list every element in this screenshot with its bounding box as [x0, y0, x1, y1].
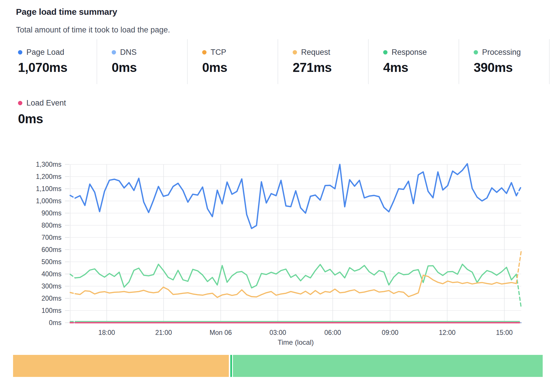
load-time-chart[interactable]: 0ms100ms200ms300ms400ms500ms600ms700ms80… — [0, 122, 554, 354]
timeline-segment-0 — [13, 355, 229, 377]
legend-item-label: TCP — [211, 48, 226, 57]
legend-item-label: Page Load — [26, 48, 64, 57]
legend-row: Page Load1,070msDNS0msTCP0msRequest271ms… — [0, 39, 550, 84]
legend-item-header: Request — [293, 48, 368, 57]
legend-item-label: Processing — [482, 48, 521, 57]
legend-item-value: 390ms — [474, 60, 549, 75]
legend-item-header: TCP — [202, 48, 278, 57]
svg-text:1,000ms: 1,000ms — [36, 197, 61, 205]
legend-item-page-load: Page Load1,070ms — [0, 39, 97, 84]
legend-item-header: Load Event — [18, 99, 66, 108]
y-grid-and-labels: 0ms100ms200ms300ms400ms500ms600ms700ms80… — [36, 161, 521, 326]
svg-text:100ms: 100ms — [41, 307, 61, 314]
legend-item-header: Processing — [474, 48, 549, 57]
legend-item-label: Response — [392, 48, 427, 57]
legend-item-value: 4ms — [383, 60, 459, 75]
svg-text:1,100ms: 1,100ms — [36, 185, 61, 193]
svg-text:500ms: 500ms — [41, 258, 61, 266]
svg-text:03:00: 03:00 — [269, 329, 286, 336]
legend-item-dns: DNS0ms — [97, 39, 188, 84]
legend-item-tcp: TCP0ms — [188, 39, 278, 84]
svg-text:09:00: 09:00 — [382, 329, 399, 336]
status-timeline-bar[interactable] — [13, 355, 543, 377]
legend-item-header: Response — [383, 48, 459, 57]
dns-color-dot-icon — [112, 50, 116, 55]
svg-text:900ms: 900ms — [41, 209, 61, 217]
legend-item-value: 0ms — [112, 60, 187, 75]
svg-text:15:00: 15:00 — [496, 329, 513, 336]
page-load-color-dot-icon — [18, 50, 22, 55]
legend-item-label: Request — [301, 48, 330, 57]
svg-text:12:00: 12:00 — [439, 329, 456, 336]
svg-text:700ms: 700ms — [41, 234, 61, 241]
svg-text:300ms: 300ms — [41, 282, 61, 290]
request-color-dot-icon — [293, 50, 297, 55]
legend-item-value: 271ms — [293, 60, 368, 75]
svg-text:400ms: 400ms — [41, 270, 61, 278]
processing-color-dot-icon — [474, 50, 478, 55]
series-page_load-line — [70, 164, 521, 228]
page-load-summary-panel: Page load time summary Total amount of t… — [0, 0, 554, 392]
tcp-color-dot-icon — [202, 50, 207, 55]
page-title: Page load time summary — [16, 7, 117, 17]
timeline-segment-4 — [233, 355, 543, 377]
legend-item-header: Page Load — [18, 48, 97, 57]
x-axis-title: Time (local) — [278, 338, 314, 346]
page-subtitle: Total amount of time it took to load the… — [16, 26, 170, 35]
legend-item-label: Load Event — [26, 99, 66, 108]
legend-item-processing: Processing390ms — [459, 39, 550, 84]
x-axis-labels: 18:0021:00Mon 0603:0006:0009:0012:0015:0… — [98, 329, 513, 346]
legend-item-request: Request271ms — [278, 39, 369, 84]
load-event-color-dot-icon — [18, 101, 22, 105]
svg-text:800ms: 800ms — [41, 222, 61, 229]
response-color-dot-icon — [383, 50, 388, 55]
svg-text:1,200ms: 1,200ms — [36, 173, 61, 180]
svg-text:0ms: 0ms — [49, 319, 61, 326]
svg-text:18:00: 18:00 — [98, 329, 115, 336]
legend-item-value: 1,070ms — [18, 60, 97, 75]
svg-text:Mon 06: Mon 06 — [210, 329, 232, 336]
legend-item-header: DNS — [112, 48, 187, 57]
legend-item-label: DNS — [120, 48, 137, 57]
svg-text:06:00: 06:00 — [324, 329, 341, 336]
legend-item-value: 0ms — [202, 60, 278, 75]
legend-item-response: Response4ms — [369, 39, 459, 84]
svg-text:1,300ms: 1,300ms — [36, 161, 61, 168]
svg-text:600ms: 600ms — [41, 246, 61, 253]
svg-text:21:00: 21:00 — [155, 329, 172, 336]
svg-text:200ms: 200ms — [41, 295, 61, 302]
